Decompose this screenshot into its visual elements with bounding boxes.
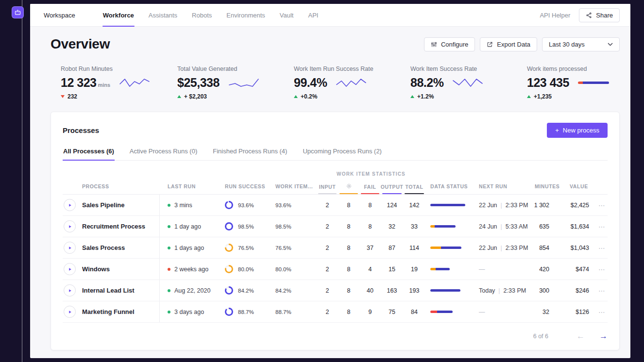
run-success-ring xyxy=(225,308,233,316)
run-success-value: 76.5% xyxy=(238,245,254,251)
run-process-button[interactable] xyxy=(64,242,76,254)
output-underline xyxy=(382,193,402,194)
kpi-value: 99.4% xyxy=(294,76,327,89)
next-page-button[interactable]: → xyxy=(599,331,608,341)
next-run-date: 24 Jun xyxy=(479,223,497,230)
row-menu-button[interactable]: ⋯ xyxy=(595,222,609,231)
workspace-switcher[interactable]: Workspace xyxy=(44,12,75,19)
col-fail-label: FAIL xyxy=(364,184,376,190)
process-filter-tab[interactable]: Upcoming Process Runs (2) xyxy=(302,148,382,160)
last-run-value: 1 days ago xyxy=(174,245,204,251)
run-process-button[interactable] xyxy=(64,199,76,211)
process-name[interactable]: Marketing Funnel xyxy=(82,301,160,322)
kpi-value: $25,338 xyxy=(177,76,220,89)
last-run-cell: 3 days ago xyxy=(160,309,217,315)
status-dot xyxy=(168,311,170,313)
run-process-button[interactable] xyxy=(64,306,76,318)
data-status-cell xyxy=(425,268,474,270)
input-count: 2 xyxy=(317,223,338,230)
page-count: 6 of 6 xyxy=(533,333,548,340)
col-process: PROCESS xyxy=(82,183,160,194)
kpi-sparkline xyxy=(228,77,259,88)
process-name[interactable]: Sales Process xyxy=(82,237,160,258)
date-range-select[interactable]: Last 30 days xyxy=(542,37,620,51)
run-success-value: 84.2% xyxy=(238,288,254,294)
new-process-label: New process xyxy=(563,127,599,134)
play-icon xyxy=(68,225,72,229)
run-process-button[interactable] xyxy=(64,263,76,275)
next-run-date: — xyxy=(479,309,485,315)
run-success-ring xyxy=(225,222,233,230)
process-filter-tab[interactable]: Finished Process Runs (4) xyxy=(212,148,288,160)
app-logo-button[interactable] xyxy=(12,6,24,18)
row-menu-button[interactable]: ⋯ xyxy=(595,264,609,274)
data-status-cell xyxy=(425,247,474,249)
nav-tab[interactable]: Vault xyxy=(272,4,301,26)
in-progress-count: 8 xyxy=(338,245,359,251)
kpi-value-wrap: 99.4% xyxy=(294,76,327,90)
new-process-button[interactable]: + New process xyxy=(547,123,608,138)
nav-tab[interactable]: Robots xyxy=(185,4,219,26)
row-menu-button[interactable]: ⋯ xyxy=(595,307,609,317)
row-menu-button[interactable]: ⋯ xyxy=(595,243,609,253)
col-total: TOTAL xyxy=(403,184,425,194)
kpi-card: Total Value Generated $25,338 + $2,203 xyxy=(177,66,294,100)
process-name[interactable]: Recruitment Process xyxy=(82,216,160,237)
kpi-delta: +0.2% xyxy=(294,93,410,100)
next-run-separator: | xyxy=(495,287,503,294)
last-run-cell: 1 days ago xyxy=(160,245,217,251)
row-menu-button[interactable]: ⋯ xyxy=(595,286,609,296)
share-button[interactable]: Share xyxy=(579,8,620,22)
fail-count: 40 xyxy=(359,287,381,294)
nav-tab-label: Workforce xyxy=(103,12,134,19)
process-filter-tab[interactable]: All Processes (6) xyxy=(63,148,115,160)
data-status-bar xyxy=(430,247,461,249)
processes-title: Processes xyxy=(63,126,99,134)
kpi-label: Total Value Generated xyxy=(177,66,294,72)
row-menu-button[interactable]: ⋯ xyxy=(595,200,609,210)
next-run-date: — xyxy=(479,266,485,273)
fail-count: 9 xyxy=(359,309,381,315)
process-filter-tab-label: Active Process Runs (0) xyxy=(130,148,197,155)
status-dot xyxy=(168,268,170,271)
data-status-cell xyxy=(425,311,474,313)
last-run-value: 3 mins xyxy=(174,202,192,209)
run-process-button[interactable] xyxy=(64,284,76,296)
chevron-down-icon xyxy=(608,43,613,46)
kpi-card: Work items processed 123 435 +1,235 xyxy=(527,66,630,100)
next-run-cell: — xyxy=(474,266,532,273)
output-count: 124 xyxy=(381,202,403,209)
next-run-cell: 22 Jun | 2:33 PM xyxy=(474,202,532,209)
run-success-cell: 76.5% xyxy=(217,244,266,252)
col-output: OUTPUT xyxy=(381,184,403,194)
run-process-button[interactable] xyxy=(64,220,76,232)
table-group-header: WORK ITEM STATISTICS xyxy=(63,171,608,177)
export-data-button[interactable]: Export Data xyxy=(480,37,537,51)
nav-tab[interactable]: Environments xyxy=(219,4,272,26)
status-dot xyxy=(168,247,170,249)
delta-arrow-icon xyxy=(61,95,65,98)
prev-page-button[interactable]: ← xyxy=(576,331,585,341)
api-helper-link[interactable]: API Helper xyxy=(540,12,570,19)
play-cell xyxy=(63,199,82,211)
export-icon xyxy=(487,41,493,48)
process-name[interactable]: Sales Pipeline xyxy=(82,195,160,215)
nav-tab[interactable]: Workforce xyxy=(96,4,141,26)
process-name[interactable]: Internal Lead List xyxy=(82,280,160,301)
in-progress-count: 8 xyxy=(338,287,359,294)
input-count: 2 xyxy=(317,287,338,294)
nav-tab[interactable]: Assistants xyxy=(141,4,185,26)
nav-tab[interactable]: API xyxy=(301,4,325,26)
data-status-cell xyxy=(425,204,474,206)
kpi-delta-value: +0.2% xyxy=(301,93,317,100)
configure-label: Configure xyxy=(441,41,468,48)
process-name[interactable]: Windows xyxy=(82,259,160,280)
configure-button[interactable]: Configure xyxy=(424,37,475,51)
share-icon xyxy=(586,12,592,18)
in-progress-underline xyxy=(339,193,358,194)
kpi-progress-bar xyxy=(578,82,609,84)
top-navbar: Workspace WorkforceAssistantsRobotsEnvir… xyxy=(30,4,630,27)
data-status-bar xyxy=(430,268,450,270)
value-amount: $2,425 xyxy=(561,202,595,209)
process-filter-tab[interactable]: Active Process Runs (0) xyxy=(129,148,198,160)
